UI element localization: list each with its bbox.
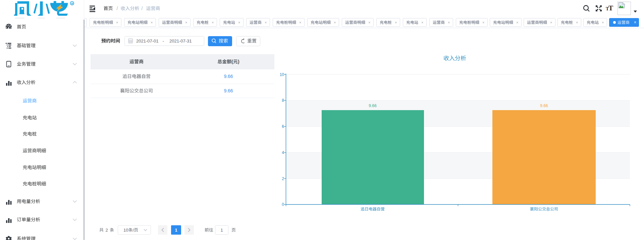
svg-text:×: × [448, 20, 450, 24]
svg-text:R: R [71, 2, 73, 5]
svg-text:(: ( [231, 59, 233, 64]
svg-text:×: × [238, 20, 240, 24]
svg-text:10: 10 [123, 228, 128, 233]
svg-text:×: × [265, 20, 267, 24]
svg-text:×: × [516, 20, 518, 24]
svg-text:/: / [142, 6, 143, 11]
svg-text:/: / [133, 228, 134, 233]
svg-text:×: × [151, 20, 153, 24]
svg-text:6: 6 [282, 124, 284, 129]
svg-text:2021-07-31: 2021-07-31 [169, 38, 192, 44]
svg-text:×: × [634, 20, 636, 25]
svg-text:×: × [185, 20, 187, 24]
svg-text:×: × [550, 20, 552, 24]
svg-text:-: - [163, 38, 164, 44]
svg-text:×: × [482, 20, 484, 24]
svg-text:×: × [212, 20, 214, 24]
svg-text:4: 4 [282, 150, 284, 155]
svg-text:×: × [334, 20, 336, 24]
svg-text:9.66: 9.66 [224, 74, 233, 79]
svg-text:/: / [117, 6, 118, 11]
svg-text:T: T [608, 4, 613, 12]
svg-text:×: × [602, 20, 604, 24]
svg-text:9.66: 9.66 [369, 103, 377, 108]
svg-text:8: 8 [282, 98, 284, 103]
svg-text:1: 1 [220, 228, 223, 233]
svg-text:2: 2 [105, 228, 108, 233]
svg-text:): ) [238, 59, 239, 64]
svg-text:9.66: 9.66 [540, 103, 548, 108]
svg-text:×: × [395, 20, 397, 24]
svg-text:×: × [299, 20, 301, 24]
svg-text:10: 10 [280, 72, 284, 77]
svg-text:×: × [421, 20, 423, 24]
svg-text:2021-07-01: 2021-07-01 [136, 38, 159, 44]
svg-text:1: 1 [175, 228, 177, 233]
svg-text:×: × [576, 20, 578, 24]
svg-text:9.66: 9.66 [224, 88, 233, 93]
svg-text:×: × [368, 20, 370, 24]
svg-text:×: × [116, 20, 118, 24]
svg-text:2: 2 [282, 176, 284, 181]
svg-text:0: 0 [282, 202, 284, 207]
